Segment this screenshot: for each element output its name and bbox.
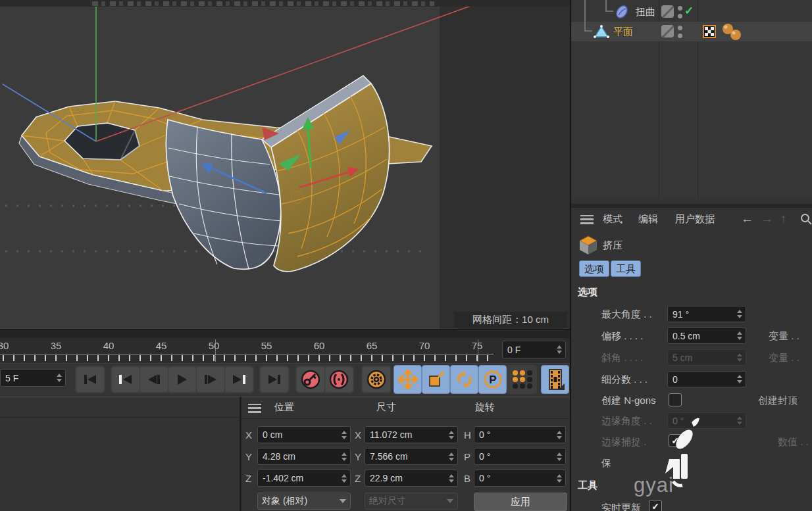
menu-mode[interactable]: 模式 [603, 213, 622, 226]
history-forward-icon[interactable]: → [761, 212, 773, 226]
texture-tag-icon[interactable] [703, 25, 716, 38]
subdivision-field[interactable]: 0 [667, 371, 746, 387]
pos-z-label: Z [245, 473, 251, 484]
viewport-scene [0, 7, 570, 329]
param-label: 细分数 . . . [601, 374, 647, 386]
key-parameter-toggle[interactable]: P [478, 365, 507, 394]
goto-start-button[interactable] [76, 367, 104, 392]
grid-spacing-label: 网格间距：10 cm [454, 312, 567, 328]
spinner[interactable] [737, 331, 744, 340]
rot-h-field[interactable]: 0 ° [474, 426, 566, 443]
spinner[interactable] [449, 474, 456, 483]
material-tag-icon[interactable] [720, 23, 744, 41]
enabled-check-icon[interactable]: ✓ [684, 4, 694, 18]
menu-user-data[interactable]: 用户数据 [675, 213, 715, 226]
key-position-toggle[interactable] [393, 365, 422, 394]
object-row-plane[interactable]: 平面 [571, 22, 812, 41]
spinner[interactable] [449, 431, 456, 439]
pos-y-field[interactable]: 4.28 cm [257, 448, 351, 465]
extrude-object-icon [579, 235, 597, 255]
apply-button[interactable]: 应用 [474, 493, 567, 511]
viewport-3d[interactable]: 网格间距：10 cm [0, 0, 570, 329]
object-manager[interactable]: 扭曲 ✓ 平面 [571, 0, 812, 199]
material-manager-panel[interactable] [0, 397, 240, 511]
max-angle-field[interactable]: 91 ° [667, 306, 746, 322]
autokey-button[interactable] [325, 367, 353, 392]
play-button[interactable] [168, 367, 196, 392]
tab-tools[interactable]: 工具 [611, 260, 641, 277]
size-z-value: 22.9 cm [370, 473, 403, 483]
pos-y-value: 4.28 cm [263, 451, 295, 462]
dots-grid-icon [511, 369, 533, 390]
previous-key-button[interactable] [112, 367, 140, 392]
pos-y-label: Y [245, 451, 252, 462]
param-value: 0 ° [672, 416, 684, 426]
object-label[interactable]: 平面 [613, 26, 633, 38]
goto-end-button[interactable] [261, 367, 288, 392]
spinner[interactable] [737, 310, 744, 318]
edge-snap-checkbox[interactable]: ✓ [669, 434, 682, 447]
menu-edit[interactable]: 编辑 [638, 213, 658, 226]
spinner[interactable] [737, 375, 744, 383]
pos-z-field[interactable]: -1.402 cm [257, 470, 351, 487]
size-x-value: 11.072 cm [370, 429, 412, 440]
rot-p-label: P [464, 451, 470, 462]
transform-mode-value: 对象 (相对) [262, 495, 307, 507]
param-label: 保 [601, 457, 611, 470]
search-icon[interactable] [800, 213, 812, 225]
visibility-dots-icon[interactable] [678, 6, 682, 18]
transport-toolbar: 5 F [0, 363, 570, 397]
create-ngons-checkbox[interactable] [669, 393, 682, 406]
visibility-dots-icon[interactable] [678, 26, 682, 38]
current-frame-value: 0 F [507, 345, 520, 355]
key-rotation-toggle[interactable] [450, 365, 478, 394]
spinner [737, 353, 744, 362]
layer-toggle-icon[interactable] [661, 5, 674, 18]
object-row-bend[interactable]: 扭曲 ✓ [571, 2, 812, 22]
keying-settings-button[interactable] [363, 367, 390, 392]
rot-b-field[interactable]: 0 ° [474, 470, 566, 487]
key-pla-toggle[interactable] [507, 365, 537, 394]
tab-options[interactable]: 选项 [579, 260, 609, 277]
bevel-field[interactable]: 5 cm [667, 349, 746, 366]
rot-p-field[interactable]: 0 ° [474, 448, 566, 465]
variance-label: 变量 . . [769, 352, 799, 364]
record-keyframe-button[interactable] [297, 367, 324, 392]
next-key-button[interactable] [225, 367, 253, 392]
spinner[interactable] [342, 452, 349, 461]
frame-spinner[interactable] [557, 345, 564, 354]
spinner[interactable] [342, 474, 349, 483]
layer-toggle-icon[interactable] [661, 25, 674, 37]
am-menu-icon[interactable] [580, 215, 594, 224]
spinner[interactable] [449, 452, 456, 461]
object-label[interactable]: 扭曲 [636, 6, 655, 18]
pos-x-label: X [245, 429, 252, 441]
spinner[interactable] [342, 431, 349, 439]
edge-angle-field[interactable]: 0 ° [667, 412, 746, 429]
size-y-field[interactable]: 7.566 cm [365, 448, 458, 465]
start-frame-spinner[interactable] [57, 374, 64, 382]
spinner[interactable] [557, 431, 564, 439]
coordinates-panel: 位置 尺寸 旋转 X 0 cm X 11.072 cm H 0 ° Y 4.28… [241, 397, 570, 511]
offset-field[interactable]: 0.5 cm [667, 328, 746, 344]
animation-palette-button[interactable] [541, 365, 569, 394]
start-frame-field[interactable]: 5 F [0, 369, 66, 387]
coordinates-menu-icon[interactable] [248, 404, 261, 413]
history-back-icon[interactable]: ← [741, 212, 753, 226]
spinner[interactable] [557, 452, 564, 461]
next-frame-button[interactable] [197, 367, 224, 392]
ruler-tick-label: 65 [367, 340, 378, 351]
spinner[interactable] [557, 474, 564, 483]
current-frame-field[interactable]: 0 F [502, 341, 566, 358]
size-z-field[interactable]: 22.9 cm [365, 470, 458, 487]
timeline-ruler[interactable]: 30 35 40 45 50 55 60 65 70 75 0 F [0, 338, 570, 363]
size-mode-dropdown[interactable]: 绝对尺寸 [365, 493, 458, 510]
previous-frame-button[interactable] [140, 367, 168, 392]
size-x-field[interactable]: 11.072 cm [365, 426, 458, 443]
key-scale-toggle[interactable] [422, 365, 450, 394]
parent-up-icon[interactable]: ↑ [780, 212, 787, 226]
realtime-update-checkbox[interactable]: ✓ [649, 500, 662, 511]
pos-x-field[interactable]: 0 cm [257, 426, 351, 443]
transform-mode-dropdown[interactable]: 对象 (相对) [257, 493, 351, 510]
pos-x-value: 0 cm [263, 429, 282, 440]
